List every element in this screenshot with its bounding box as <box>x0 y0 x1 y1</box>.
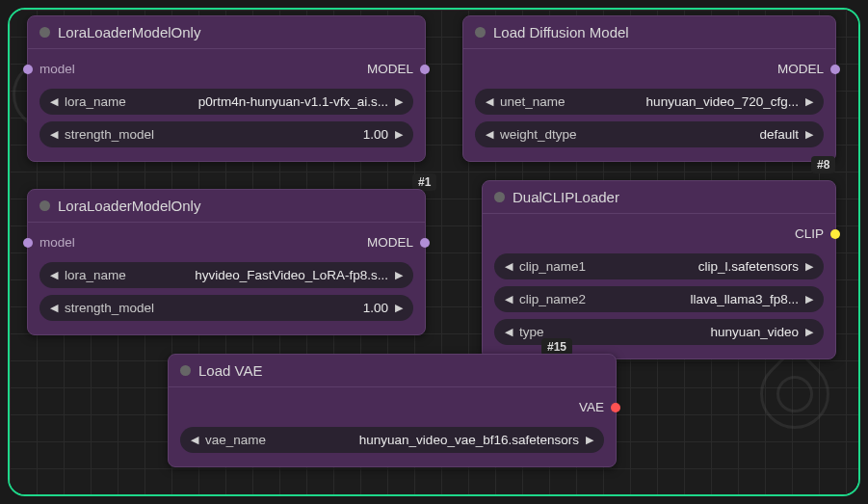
widget-label: strength_model <box>65 301 154 315</box>
widget-value: clip_l.safetensors <box>698 259 799 274</box>
collapse-icon[interactable] <box>494 192 505 202</box>
widget-value: hunyuan_video <box>710 325 799 339</box>
widget-value: llava_llama3_fp8... <box>690 292 799 306</box>
clip-name2-widget[interactable]: ◀ clip_name2 llava_llama3_fp8... ▶ <box>494 286 824 312</box>
node-load-vae[interactable]: Load VAE VAE ◀ vae_name hunyuan_video_va… <box>168 354 617 467</box>
input-label: model <box>39 62 75 76</box>
widget-label: lora_name <box>65 94 126 109</box>
widget-label: lora_name <box>65 268 126 282</box>
chevron-right-icon[interactable]: ▶ <box>802 128 816 141</box>
chevron-right-icon[interactable]: ▶ <box>583 434 596 446</box>
widget-value: 1.00 <box>363 127 388 142</box>
node-title: Load VAE <box>198 362 262 379</box>
chevron-left-icon[interactable]: ◀ <box>47 128 61 141</box>
node-lora-loader-2[interactable]: LoraLoaderModelOnly model MODEL ◀ lora_n… <box>27 189 426 335</box>
output-port-clip[interactable] <box>830 229 840 239</box>
lora-name-widget[interactable]: ◀ lora_name hyvideo_FastVideo_LoRA-fp8.s… <box>39 262 413 288</box>
unet-name-widget[interactable]: ◀ unet_name hunyuan_video_720_cfg... ▶ <box>475 89 824 115</box>
widget-label: vae_name <box>205 433 266 447</box>
output-label: MODEL <box>367 235 413 250</box>
node-lora-loader-1[interactable]: LoraLoaderModelOnly model MODEL ◀ lora_n… <box>27 15 426 162</box>
output-port-model[interactable] <box>420 65 430 74</box>
chevron-right-icon[interactable]: ▶ <box>392 269 406 281</box>
widget-value: hunyuan_video_vae_bf16.safetensors <box>359 433 579 447</box>
lora-name-widget[interactable]: ◀ lora_name p0rtm4n-hunyuan-v1.1-vfx_ai.… <box>39 89 413 115</box>
collapse-icon[interactable] <box>180 365 191 376</box>
node-title: LoraLoaderModelOnly <box>58 24 200 40</box>
chevron-left-icon[interactable]: ◀ <box>502 260 515 273</box>
node-title: Load Diffusion Model <box>493 24 629 40</box>
chevron-left-icon[interactable]: ◀ <box>502 326 515 338</box>
widget-label: unet_name <box>500 94 566 109</box>
widget-label: clip_name2 <box>519 292 586 306</box>
output-label: MODEL <box>777 62 824 76</box>
node-title: DualCLIPLoader <box>513 189 619 205</box>
chevron-left-icon[interactable]: ◀ <box>47 269 61 281</box>
output-port-vae[interactable] <box>611 403 620 412</box>
output-label: MODEL <box>367 62 413 76</box>
output-label: VAE <box>579 400 604 414</box>
input-port-model[interactable] <box>23 65 33 74</box>
chevron-right-icon[interactable]: ▶ <box>802 293 816 305</box>
collapse-icon[interactable] <box>475 27 486 38</box>
chevron-right-icon[interactable]: ▶ <box>392 128 406 141</box>
input-port-model[interactable] <box>23 238 33 248</box>
widget-label: type <box>519 325 544 339</box>
chevron-left-icon[interactable]: ◀ <box>47 302 61 314</box>
node-id-badge: #8 <box>811 156 835 173</box>
output-port-model[interactable] <box>830 65 840 74</box>
chevron-left-icon[interactable]: ◀ <box>483 95 496 108</box>
widget-label: weight_dtype <box>500 127 577 142</box>
widget-label: clip_name1 <box>519 259 586 274</box>
widget-value: default <box>759 127 799 142</box>
chevron-left-icon[interactable]: ◀ <box>502 293 515 305</box>
collapse-icon[interactable] <box>39 27 50 38</box>
widget-value: hyvideo_FastVideo_LoRA-fp8.s... <box>195 268 388 282</box>
strength-widget[interactable]: ◀ strength_model 1.00 ▶ <box>39 121 413 147</box>
chevron-right-icon[interactable]: ▶ <box>802 326 816 338</box>
node-load-diffusion[interactable]: Load Diffusion Model MODEL ◀ unet_name h… <box>462 15 836 162</box>
chevron-left-icon[interactable]: ◀ <box>483 128 496 141</box>
collapse-icon[interactable] <box>39 200 50 211</box>
widget-value: hunyuan_video_720_cfg... <box>646 94 799 109</box>
weight-dtype-widget[interactable]: ◀ weight_dtype default ▶ <box>475 121 824 147</box>
widget-value: p0rtm4n-hunyuan-v1.1-vfx_ai.s... <box>198 94 388 109</box>
chevron-right-icon[interactable]: ▶ <box>802 95 816 108</box>
node-title: LoraLoaderModelOnly <box>58 198 200 214</box>
chevron-left-icon[interactable]: ◀ <box>47 95 61 108</box>
chevron-left-icon[interactable]: ◀ <box>188 434 201 446</box>
strength-widget[interactable]: ◀ strength_model 1.00 ▶ <box>39 295 413 321</box>
node-dual-clip-loader[interactable]: DualCLIPLoader CLIP ◀ clip_name1 clip_l.… <box>482 180 836 359</box>
chevron-right-icon[interactable]: ▶ <box>392 302 406 314</box>
output-port-model[interactable] <box>420 238 430 248</box>
clip-name1-widget[interactable]: ◀ clip_name1 clip_l.safetensors ▶ <box>494 253 824 279</box>
output-label: CLIP <box>795 226 824 241</box>
chevron-right-icon[interactable]: ▶ <box>392 95 406 108</box>
input-label: model <box>39 235 75 250</box>
chevron-right-icon[interactable]: ▶ <box>802 260 816 273</box>
widget-label: strength_model <box>65 127 154 142</box>
widget-value: 1.00 <box>363 301 388 315</box>
vae-name-widget[interactable]: ◀ vae_name hunyuan_video_vae_bf16.safete… <box>180 427 604 453</box>
